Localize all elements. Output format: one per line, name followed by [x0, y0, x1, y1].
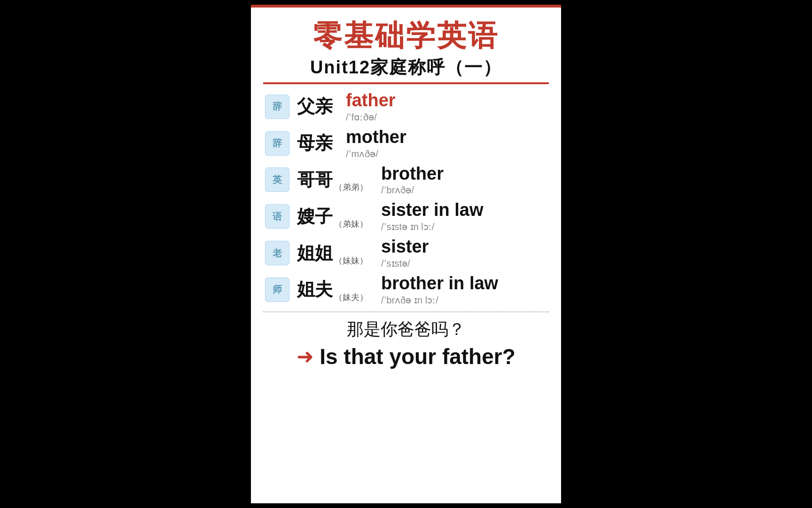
vocab-en-word: sister in law [381, 200, 484, 220]
vocab-en-word: sister [381, 237, 429, 257]
vocab-icon: 辞 [265, 131, 289, 156]
vocab-icon: 英 [265, 167, 289, 192]
vocab-en-block: sister in law/ˈsɪstə ɪn lɔː/ [381, 200, 484, 232]
vocab-phonetic: /ˈmʌðə/ [346, 148, 406, 159]
vocab-row: 老姐姐（妹妹）sister/ˈsɪstə/ [260, 234, 552, 270]
subtitle: Unit12家庭称呼（一） [310, 56, 502, 79]
vocab-en-word: brother [381, 164, 444, 184]
vocab-en-block: brother/ˈbrʌðə/ [381, 164, 444, 196]
vocab-row: 辞母亲mother/ˈmʌðə/ [260, 125, 552, 160]
main-card: 零基础学英语 Unit12家庭称呼（一） 辞父亲father/ˈfɑːðə/辞母… [251, 5, 561, 503]
vocab-en-block: sister/ˈsɪstə/ [381, 237, 429, 269]
vocab-cn-word: 嫂子 [297, 205, 333, 229]
vocab-en-word: brother in law [381, 274, 498, 294]
bottom-en-sentence: Is that your father? [320, 344, 515, 369]
vocab-phonetic: /ˈsɪstə/ [381, 258, 429, 269]
vocab-row: 语嫂子（弟妹）sister in law/ˈsɪstə ɪn lɔː/ [260, 198, 552, 233]
vocab-icon: 辞 [265, 95, 289, 119]
vocab-cn-sub: （弟弟） [334, 182, 368, 193]
vocab-en-word: mother [346, 127, 406, 147]
vocab-row: 辞父亲father/ˈfɑːðə/ [260, 88, 552, 124]
bottom-section: 那是你爸爸吗？ ➜ Is that your father? [251, 316, 561, 369]
vocab-cn-word: 母亲 [297, 131, 333, 155]
vocab-cn-sub: （弟妹） [334, 218, 368, 230]
vocab-en-block: father/ˈfɑːðə/ [346, 91, 396, 123]
vocab-icon: 师 [265, 278, 289, 302]
arrow-icon: ➜ [297, 346, 314, 367]
vocab-en-word: father [346, 91, 396, 111]
vocab-cn-word: 哥哥 [297, 168, 333, 192]
vocab-list: 辞父亲father/ˈfɑːðə/辞母亲mother/ˈmʌðə/英哥哥（弟弟）… [251, 88, 561, 307]
vocab-en-block: mother/ˈmʌðə/ [346, 127, 406, 159]
vocab-cn-sub: （妹妹） [334, 255, 368, 266]
vocab-phonetic: /ˈsɪstə ɪn lɔː/ [381, 221, 484, 232]
top-border [251, 5, 561, 8]
vocab-row: 师姐夫（妹夫）brother in law/ˈbrʌðə ɪn lɔː/ [260, 271, 552, 307]
vocab-cn-word: 姐姐 [297, 241, 333, 265]
vocab-icon: 老 [265, 241, 289, 265]
bottom-cn-sentence: 那是你爸爸吗？ [347, 318, 465, 341]
vocab-en-block: brother in law/ˈbrʌðə ɪn lɔː/ [381, 274, 498, 306]
vocab-phonetic: /ˈbrʌðə ɪn lɔː/ [381, 294, 498, 306]
vocab-cn-word: 姐夫 [297, 278, 333, 302]
vocab-phonetic: /ˈfɑːðə/ [346, 111, 396, 123]
red-divider [263, 82, 548, 84]
vocab-phonetic: /ˈbrʌðə/ [381, 184, 444, 196]
main-title: 零基础学英语 [313, 16, 499, 56]
vocab-cn-word: 父亲 [297, 95, 333, 119]
vocab-cn-sub: （妹夫） [334, 292, 368, 303]
vocab-icon: 语 [265, 204, 289, 229]
dotted-divider [263, 311, 548, 312]
bottom-en-row: ➜ Is that your father? [297, 344, 515, 369]
vocab-row: 英哥哥（弟弟）brother/ˈbrʌðə/ [260, 161, 552, 197]
